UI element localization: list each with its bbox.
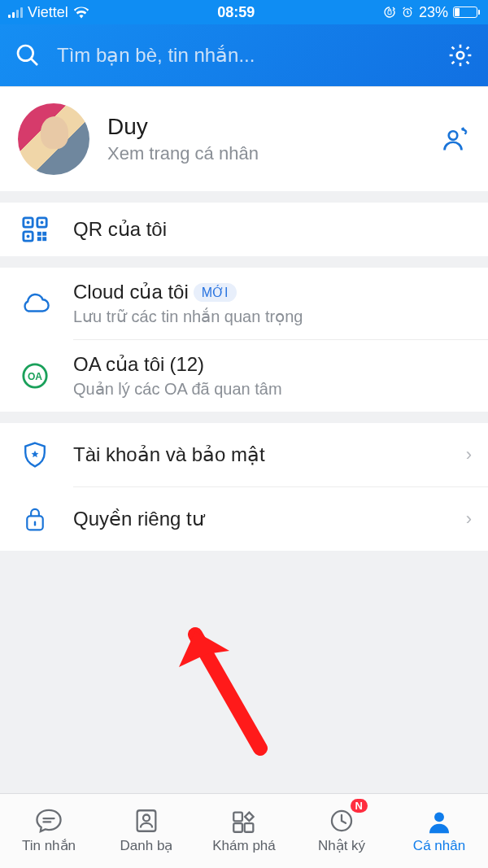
battery-icon [453, 7, 480, 18]
svg-point-8 [27, 221, 30, 225]
svg-point-4 [449, 131, 458, 140]
tab-me[interactable]: Cá nhân [390, 794, 488, 868]
qr-section: QR của tôi [0, 203, 488, 256]
cloud-title: Cloud của tôi [73, 281, 189, 303]
tab-discover[interactable]: Khám phá [195, 794, 293, 868]
svg-point-2 [18, 46, 33, 61]
status-bar: Viettel 08:59 23% [0, 0, 488, 24]
tab-messages[interactable]: Tin nhắn [0, 794, 98, 868]
svg-rect-13 [37, 237, 41, 241]
alarm-icon [401, 6, 414, 19]
notification-badge: N [351, 799, 368, 813]
svg-point-10 [27, 235, 30, 238]
my-oa-row[interactable]: OA OA của tôi (12) Quản lý các OA đã qua… [0, 340, 488, 412]
battery-pct: 23% [419, 4, 448, 21]
svg-rect-22 [233, 823, 242, 832]
oa-count: (12) [169, 353, 204, 376]
svg-rect-14 [42, 237, 46, 241]
svg-rect-23 [245, 823, 254, 832]
oa-subtitle: Quản lý các OA đã quan tâm [73, 379, 472, 399]
svg-point-3 [457, 52, 464, 59]
chevron-right-icon: › [466, 444, 472, 465]
svg-rect-0 [388, 11, 391, 15]
cloud-icon [20, 292, 50, 315]
tab-label: Danh bạ [120, 837, 173, 854]
security-title: Tài khoản và bảo mật [73, 443, 447, 466]
search-input[interactable]: Tìm bạn bè, tin nhắn... [57, 44, 431, 67]
app-header: Tìm bạn bè, tin nhắn... [0, 24, 488, 86]
svg-rect-12 [42, 232, 46, 236]
annotation-arrow [171, 626, 285, 773]
qr-icon [21, 216, 49, 243]
search-icon[interactable] [15, 42, 41, 68]
my-cloud-row[interactable]: Cloud của tôi MỚI Lưu trữ các tin nhắn q… [0, 268, 488, 339]
security-section: Tài khoản và bảo mật › Quyền riêng tư › [0, 423, 488, 551]
svg-rect-11 [37, 232, 41, 236]
svg-text:OA: OA [28, 371, 42, 382]
carrier-label: Viettel [28, 4, 68, 21]
chevron-right-icon: › [466, 508, 472, 530]
oa-icon: OA [21, 362, 49, 390]
avatar [18, 103, 89, 175]
profile-name: Duy [107, 114, 423, 140]
svg-point-20 [143, 814, 150, 821]
tab-label: Cá nhân [413, 838, 465, 854]
tab-label: Khám phá [212, 838, 276, 854]
svg-point-9 [41, 221, 44, 225]
my-qr-row[interactable]: QR của tôi [0, 203, 488, 256]
tab-bar: Tin nhắn Danh bạ Khám phá N Nhật ký Cá n… [0, 793, 488, 868]
lock-icon [23, 505, 47, 533]
svg-rect-18 [34, 521, 36, 526]
rotation-lock-icon [383, 6, 396, 19]
switch-account-icon[interactable] [441, 124, 470, 154]
clock-label: 08:59 [217, 4, 255, 21]
settings-icon[interactable] [447, 42, 473, 68]
tab-label: Nhật ký [318, 837, 365, 854]
svg-rect-21 [233, 812, 242, 821]
profile-section: Duy Xem trang cá nhân [0, 86, 488, 191]
tab-timeline[interactable]: N Nhật ký [293, 794, 390, 868]
new-badge: MỚI [194, 283, 237, 302]
privacy-row[interactable]: Quyền riêng tư › [0, 487, 488, 551]
tab-label: Tin nhắn [22, 837, 76, 854]
cloud-oa-section: Cloud của tôi MỚI Lưu trữ các tin nhắn q… [0, 268, 488, 412]
profile-subtitle: Xem trang cá nhân [107, 143, 423, 164]
account-security-row[interactable]: Tài khoản và bảo mật › [0, 423, 488, 486]
signal-icon [8, 7, 23, 18]
tab-contacts[interactable]: Danh bạ [98, 794, 195, 868]
shield-icon [22, 441, 48, 469]
wifi-icon [73, 6, 89, 19]
qr-title: QR của tôi [73, 218, 472, 241]
cloud-subtitle: Lưu trữ các tin nhắn quan trọng [73, 307, 472, 326]
oa-title: OA của tôi [73, 353, 164, 376]
profile-row[interactable]: Duy Xem trang cá nhân [0, 87, 488, 191]
privacy-title: Quyền riêng tư [73, 508, 447, 530]
svg-point-25 [434, 812, 444, 822]
